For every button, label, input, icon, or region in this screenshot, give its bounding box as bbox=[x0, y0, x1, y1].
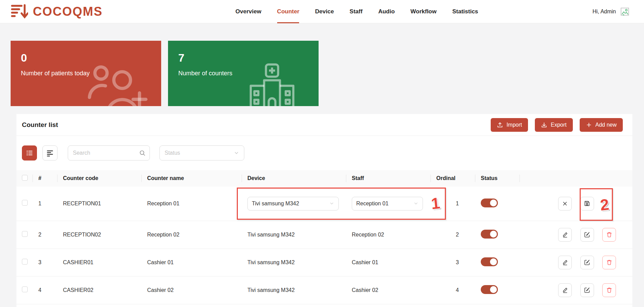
import-label: Import bbox=[506, 122, 522, 128]
user-avatar[interactable] bbox=[619, 6, 630, 17]
cell-ordinal: 1 bbox=[431, 187, 475, 221]
status-filter-placeholder: Status bbox=[165, 150, 180, 156]
cell-counter-code: CASHIER01 bbox=[57, 248, 142, 276]
staff-select[interactable]: Reception 01 bbox=[352, 197, 423, 210]
cell-index: 3 bbox=[33, 248, 57, 276]
cell-counter-name: Cashier 01 bbox=[142, 248, 242, 276]
stat-cards: 0 Number of patients today 7 Number of c… bbox=[11, 41, 319, 106]
pencil-icon bbox=[562, 287, 568, 293]
edit-square-icon bbox=[584, 259, 590, 266]
search-icon bbox=[139, 150, 146, 156]
nav-statistics[interactable]: Statistics bbox=[452, 0, 478, 23]
table-row: 2 RECEPTION02 Reception 02 Tivi samsung … bbox=[16, 221, 632, 248]
staff-select-value: Reception 01 bbox=[356, 201, 388, 207]
table-row: 4 CASHIER02 Cashier 02 Tivi samsung M342… bbox=[16, 276, 632, 304]
export-button[interactable]: Export bbox=[535, 118, 572, 132]
logo-list-arrow-icon bbox=[10, 3, 28, 20]
add-new-label: Add new bbox=[595, 122, 617, 128]
page: COCOQMS Overview Counter Device Staff Au… bbox=[0, 0, 644, 307]
cancel-edit-button[interactable] bbox=[558, 197, 572, 210]
save-icon bbox=[584, 200, 590, 207]
toggle-knob bbox=[490, 231, 497, 238]
header-actions bbox=[520, 170, 632, 187]
cell-device: Tivi samsung M342 bbox=[242, 276, 346, 304]
import-button[interactable]: Import bbox=[491, 118, 528, 132]
list-icon bbox=[26, 149, 33, 157]
nav-audio[interactable]: Audio bbox=[378, 0, 395, 23]
nav-staff[interactable]: Staff bbox=[350, 0, 363, 23]
delete-button[interactable] bbox=[602, 256, 616, 269]
counter-table: # Counter code Counter name Device Staff… bbox=[16, 170, 632, 304]
search-input[interactable] bbox=[68, 145, 150, 161]
search-box bbox=[68, 145, 150, 161]
delete-button[interactable] bbox=[602, 228, 616, 242]
plus-icon bbox=[586, 122, 592, 128]
edit-form-button[interactable] bbox=[580, 228, 594, 242]
row-checkbox[interactable] bbox=[22, 200, 28, 206]
edit-button[interactable] bbox=[558, 256, 572, 269]
status-filter[interactable]: Status bbox=[159, 145, 244, 161]
status-toggle[interactable] bbox=[481, 285, 498, 294]
add-new-button[interactable]: Add new bbox=[580, 118, 623, 132]
edit-square-icon bbox=[584, 231, 590, 238]
export-label: Export bbox=[551, 122, 566, 128]
nav-device[interactable]: Device bbox=[315, 0, 334, 23]
header-device: Device bbox=[242, 170, 346, 187]
brand-logo[interactable]: COCOQMS bbox=[10, 3, 103, 20]
header-ordinal: Ordinal bbox=[431, 170, 475, 187]
row-checkbox[interactable] bbox=[22, 231, 28, 237]
table-row: 3 CASHIER01 Cashier 01 Tivi samsung M342… bbox=[16, 248, 632, 276]
panel-head-actions: Import Export Add bbox=[491, 118, 623, 132]
header-index: # bbox=[33, 170, 57, 187]
status-toggle[interactable] bbox=[481, 257, 498, 266]
table-header-row: # Counter code Counter name Device Staff… bbox=[16, 170, 632, 187]
cell-staff: Cashier 02 bbox=[346, 276, 431, 304]
align-left-icon bbox=[46, 149, 54, 157]
nav-counter[interactable]: Counter bbox=[277, 0, 299, 23]
cell-counter-name: Cashier 02 bbox=[142, 276, 242, 304]
nav-workflow[interactable]: Workflow bbox=[411, 0, 437, 23]
cell-index: 1 bbox=[33, 187, 57, 221]
save-button[interactable] bbox=[580, 197, 594, 210]
list-view-button[interactable] bbox=[22, 145, 37, 161]
user-greeting[interactable]: Hi, Admin bbox=[593, 9, 616, 15]
device-select[interactable]: Tivi samsung M342 bbox=[247, 197, 339, 210]
app-header: COCOQMS Overview Counter Device Staff Au… bbox=[0, 0, 644, 23]
select-all-checkbox[interactable] bbox=[22, 175, 28, 181]
device-select-value: Tivi samsung M342 bbox=[252, 201, 299, 207]
edit-form-button[interactable] bbox=[580, 283, 594, 297]
cell-device: Tivi samsung M342 bbox=[242, 221, 346, 248]
avatar-image-icon bbox=[620, 7, 630, 17]
patients-group-icon bbox=[85, 60, 150, 106]
status-toggle[interactable] bbox=[481, 199, 498, 207]
nav-overview[interactable]: Overview bbox=[235, 0, 261, 23]
cell-ordinal: 2 bbox=[431, 221, 475, 248]
edit-form-button[interactable] bbox=[580, 256, 594, 269]
status-toggle[interactable] bbox=[481, 230, 498, 239]
cell-counter-name: Reception 01 bbox=[142, 187, 242, 221]
edit-square-icon bbox=[584, 287, 590, 293]
row-checkbox[interactable] bbox=[22, 259, 28, 265]
row-checkbox[interactable] bbox=[22, 286, 28, 292]
trash-icon bbox=[606, 287, 613, 293]
chevron-down-icon bbox=[413, 201, 418, 206]
header-status: Status bbox=[475, 170, 520, 187]
list-toolbar: Status bbox=[16, 136, 632, 170]
edit-button[interactable] bbox=[558, 283, 572, 297]
toggle-knob bbox=[490, 258, 497, 265]
panel-title: Counter list bbox=[22, 121, 58, 129]
edit-button[interactable] bbox=[558, 228, 572, 242]
trash-icon bbox=[606, 259, 613, 266]
pencil-icon bbox=[562, 259, 568, 266]
toggle-knob bbox=[490, 200, 497, 206]
cell-counter-name: Reception 02 bbox=[142, 221, 242, 248]
cell-ordinal: 4 bbox=[431, 276, 475, 304]
download-icon bbox=[541, 122, 547, 128]
cell-device: Tivi samsung M342 bbox=[242, 248, 346, 276]
align-view-button[interactable] bbox=[42, 145, 57, 161]
cell-index: 4 bbox=[33, 276, 57, 304]
delete-button[interactable] bbox=[602, 283, 616, 297]
cell-counter-code: RECEPTION02 bbox=[57, 221, 142, 248]
cell-index: 2 bbox=[33, 221, 57, 248]
hospital-icon bbox=[245, 61, 299, 106]
